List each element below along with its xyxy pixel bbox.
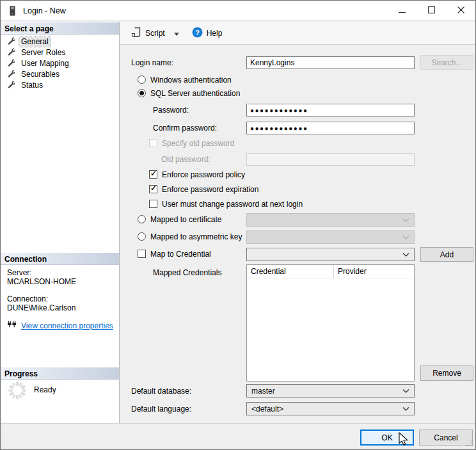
confirm-password-value: ●●●●●●●●●●●● [250, 125, 308, 132]
mapped-to-certificate-radio[interactable] [138, 215, 146, 223]
default-language-label: Default language: [131, 405, 191, 414]
sidebar-item-label: Server Roles [19, 48, 67, 58]
sidebar-item-label: General [19, 37, 51, 47]
close-button[interactable] [446, 1, 475, 20]
mapped-credentials-list[interactable]: Credential Provider [246, 264, 415, 382]
caption-buttons [387, 1, 475, 20]
enforce-password-policy-checkbox[interactable] [149, 170, 157, 179]
resize-grip[interactable] [466, 440, 473, 449]
specify-old-password-checkbox [149, 139, 157, 147]
mapped-to-asymmetric-key-label: Mapped to asymmetric key [150, 232, 242, 241]
enforce-password-expiration-label: Enforce password expiration [162, 185, 258, 194]
sidebar-item-server-roles[interactable]: Server Roles [1, 47, 119, 58]
help-label: Help [207, 29, 223, 38]
default-database-select[interactable]: master [246, 384, 415, 398]
provider-column-header[interactable]: Provider [334, 265, 414, 278]
password-input[interactable]: ●●●●●●●●●●●● [246, 104, 415, 117]
connection-header: Connection [1, 252, 119, 265]
mouse-cursor [398, 432, 411, 449]
wrench-icon [6, 48, 15, 58]
general-page-form: Login name: KennyLogins Search... Window… [120, 45, 476, 423]
login-new-dialog: Login - New Select a page General Server… [0, 0, 476, 450]
credential-select[interactable] [246, 248, 415, 261]
progress-header: Progress [1, 367, 119, 380]
windows-authentication-label: Windows authentication [150, 76, 232, 84]
ok-button-label: OK [381, 433, 392, 442]
maximize-icon [428, 6, 435, 15]
certificate-select [246, 213, 415, 227]
must-change-password-label: User must change password at next login [162, 200, 303, 209]
svg-text:?: ? [195, 28, 200, 36]
sidebar-item-general[interactable]: General [1, 36, 119, 47]
password-label: Password: [153, 106, 189, 115]
minimize-button[interactable] [387, 1, 416, 20]
script-button[interactable]: Script [129, 25, 168, 41]
password-value: ●●●●●●●●●●●● [250, 107, 308, 114]
asymmetric-key-select [246, 230, 415, 244]
server-value: MCARLSON-HOME [7, 277, 116, 286]
sidebar-item-securables[interactable]: Securables [1, 69, 119, 80]
connection-value: DUNE\Mike.Carlson [7, 303, 116, 312]
enforce-password-expiration-checkbox[interactable] [149, 185, 157, 193]
default-database-label: Default database: [131, 387, 191, 396]
window-title: Login - New [23, 6, 66, 15]
view-connection-properties-link[interactable]: View connection properties [21, 321, 113, 330]
login-name-input[interactable]: KennyLogins [246, 56, 415, 69]
wrench-icon [6, 81, 15, 91]
chevron-down-icon [402, 389, 409, 393]
cancel-button[interactable]: Cancel [419, 430, 473, 446]
titlebar: Login - New [1, 1, 475, 21]
login-name-value: KennyLogins [250, 58, 294, 67]
script-label: Script [145, 29, 165, 38]
dialog-toolbar: Script ? Help [120, 22, 476, 45]
wrench-icon [6, 59, 15, 69]
add-button-label: Add [440, 250, 454, 259]
script-dropdown-button[interactable] [171, 27, 182, 40]
confirm-password-label: Confirm password: [153, 124, 217, 133]
add-button[interactable]: Add [420, 247, 473, 262]
windows-authentication-radio[interactable] [138, 76, 146, 84]
default-language-select[interactable]: <default> [246, 402, 415, 415]
specify-old-password-label: Specify old password [162, 139, 234, 148]
enforce-password-policy-label: Enforce password policy [162, 170, 245, 179]
app-icon [8, 6, 17, 16]
chevron-down-icon [174, 29, 179, 38]
sidebar-item-label: User Mapping [19, 59, 71, 68]
credential-column-header[interactable]: Credential [247, 265, 334, 278]
mapped-to-asymmetric-key-radio[interactable] [138, 232, 146, 241]
chevron-down-icon [402, 253, 409, 257]
connection-info: Server: MCARLSON-HOME Connection: DUNE\M… [7, 268, 116, 331]
help-button[interactable]: ? Help [189, 25, 225, 42]
maximize-button[interactable] [416, 1, 446, 20]
select-a-page-header: Select a page [1, 22, 119, 35]
progress-spinner-icon [7, 380, 28, 403]
progress-block: Ready [7, 380, 56, 403]
old-password-input [246, 153, 415, 166]
confirm-password-input[interactable]: ●●●●●●●●●●●● [246, 122, 415, 134]
sql-server-authentication-label: SQL Server authentication [150, 89, 240, 98]
progress-status: Ready [34, 385, 56, 394]
remove-button-label: Remove [432, 369, 461, 378]
sidebar-item-label: Status [19, 81, 45, 90]
page-list: General Server Roles User Mapping Secura… [1, 36, 119, 91]
close-icon [457, 6, 464, 15]
sql-server-authentication-radio[interactable] [138, 89, 146, 97]
script-icon [131, 27, 141, 39]
map-to-credential-checkbox[interactable] [138, 250, 146, 258]
default-language-value: <default> [251, 405, 283, 414]
map-to-credential-label: Map to Credential [150, 250, 211, 259]
help-icon: ? [192, 27, 203, 40]
cancel-button-label: Cancel [434, 433, 457, 442]
must-change-password-checkbox[interactable] [149, 200, 157, 208]
wrench-icon [6, 70, 15, 80]
sidebar-item-user-mapping[interactable]: User Mapping [1, 58, 119, 69]
chevron-down-icon [402, 218, 409, 222]
mapped-to-certificate-label: Mapped to certificate [150, 215, 221, 224]
sidebar-item-label: Securables [19, 70, 61, 79]
default-database-value: master [251, 387, 275, 396]
sidebar-item-status[interactable]: Status [1, 80, 119, 91]
chevron-down-icon [402, 236, 409, 239]
wrench-icon [6, 37, 15, 47]
remove-button[interactable]: Remove [420, 366, 473, 381]
connection-label: Connection: [7, 294, 116, 303]
